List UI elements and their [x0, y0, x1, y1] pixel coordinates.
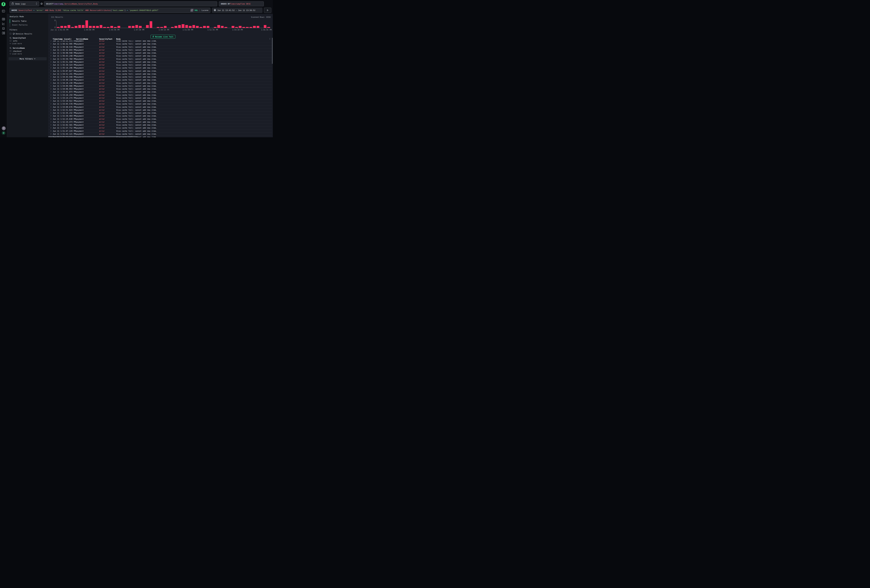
column-header-servicename[interactable]: ServiceName [76, 38, 88, 40]
column-header-severitytext[interactable]: SeverityText [99, 38, 112, 40]
row-expand-chevron-icon[interactable] [50, 124, 51, 126]
row-expand-chevron-icon[interactable] [50, 73, 51, 74]
load-more-severitytext[interactable]: Load more [10, 42, 22, 45]
denoise-checkbox[interactable] [10, 33, 12, 34]
log-row[interactable]: Jun 11 1:54:43.948 PMpaymenterrorVisa ca… [48, 75, 272, 78]
row-expand-chevron-icon[interactable] [50, 133, 51, 135]
log-row[interactable]: Jun 11 1:52:30.469 PMpaymenterrorVisa ca… [48, 114, 272, 117]
source-settings-gear-icon[interactable]: ⚙ [40, 2, 43, 6]
log-row[interactable]: Jun 11 1:56:42.995 PMpaymenterrorVisa ca… [48, 42, 272, 45]
time-range-picker[interactable]: Jun 11 13:41:52 - Jun 11 13:56:52 [212, 7, 262, 13]
filter-label-info[interactable]: info [13, 40, 17, 42]
row-expand-chevron-icon[interactable] [50, 127, 51, 128]
row-expand-chevron-icon[interactable] [50, 88, 51, 89]
row-expand-chevron-icon[interactable] [50, 55, 51, 57]
log-row[interactable]: Jun 11 1:54:52.241 PMpaymenterrorVisa ca… [48, 72, 272, 75]
column-header-timestamp[interactable]: Timestamp (Local) [53, 38, 72, 40]
log-row[interactable]: Jun 11 1:53:24.274 PMpaymenterrorVisa ca… [48, 96, 272, 99]
row-expand-chevron-icon[interactable] [50, 91, 51, 92]
log-row[interactable]: Jun 11 1:54:40.218 PMpaymenterrorVisa ca… [48, 78, 272, 81]
order-by-input[interactable]: ORDER BY TimestampTime DESC [219, 1, 264, 6]
row-expand-chevron-icon[interactable] [50, 103, 51, 104]
sql-mode-toggle[interactable]: SQL [195, 9, 198, 12]
tab-results-table[interactable]: Results Table [10, 19, 28, 23]
load-more-servicename[interactable]: Load more [10, 53, 22, 55]
log-row[interactable]: Jun 11 1:56:03.248 PMpaymenterrorVisa ca… [48, 54, 272, 57]
table-options-icon[interactable] [269, 38, 271, 40]
column-grip-icon[interactable] [114, 38, 116, 40]
log-row[interactable]: Jun 11 1:53:41.873 PMpaymenterrorVisa ca… [48, 90, 272, 93]
log-row[interactable]: Jun 11 1:53:00.676 PMpaymenterrorVisa ca… [48, 106, 272, 109]
log-row[interactable]: Jun 11 1:53:10.922 PMpaymenterrorVisa ca… [48, 99, 272, 102]
where-query-input[interactable]: WHERE SeverityText = 'error' AND Body IL… [10, 7, 210, 13]
row-expand-chevron-icon[interactable] [50, 106, 51, 107]
log-row[interactable]: Jun 11 1:52:51.824 PMpaymenterrorVisa ca… [48, 109, 272, 111]
row-expand-chevron-icon[interactable] [50, 49, 51, 51]
help-button[interactable]: ? [2, 126, 6, 130]
column-grip-icon[interactable] [74, 38, 76, 40]
row-expand-chevron-icon[interactable] [50, 85, 51, 86]
search-panel-icon[interactable] [2, 10, 5, 13]
resume-live-tail-button[interactable]: Resume Live Tail [150, 35, 176, 39]
log-row[interactable]: Jun 11 1:55:07.827 PMpaymenterrorVisa ca… [48, 69, 272, 72]
row-expand-chevron-icon[interactable] [50, 94, 51, 95]
log-row[interactable]: Jun 11 1:55:59.760 PMpaymenterrorVisa ca… [48, 57, 272, 60]
log-row[interactable]: Jun 11 1:55:51.448 PMpaymenterrorVisa ca… [48, 60, 272, 63]
row-expand-chevron-icon[interactable] [50, 43, 51, 45]
log-row[interactable]: Jun 11 1:55:16.296 PMpaymenterrorVisa ca… [48, 66, 272, 69]
log-row[interactable]: Jun 11 1:52:02.581 PMpaymenterrorVisa ca… [48, 124, 272, 126]
source-select[interactable]: Demo Logs [10, 1, 39, 6]
row-expand-chevron-icon[interactable] [50, 76, 51, 77]
log-row[interactable]: Jun 11 1:56:38.534 PMpaymenterrorVisa ca… [48, 45, 272, 48]
hyperdx-logo-icon[interactable] [1, 2, 5, 6]
row-expand-chevron-icon[interactable] [50, 52, 51, 54]
filter-label-checkout[interactable]: checkout [13, 50, 22, 52]
run-query-button[interactable] [264, 7, 271, 13]
column-header-body[interactable]: Body [116, 38, 121, 40]
row-expand-chevron-icon[interactable] [50, 58, 51, 60]
column-grip-icon[interactable] [97, 38, 99, 40]
more-filters-button[interactable]: More filters [9, 57, 47, 60]
log-row[interactable]: Jun 11 1:53:26.250 PMpaymenterrorVisa ca… [48, 94, 272, 96]
logs-icon[interactable] [2, 18, 5, 21]
row-expand-chevron-icon[interactable] [50, 67, 51, 68]
row-expand-chevron-icon[interactable] [50, 121, 51, 123]
row-expand-chevron-icon[interactable] [50, 109, 51, 111]
tab-event-patterns[interactable]: Event Patterns [10, 23, 28, 27]
log-row[interactable]: Jun 11 1:56:08.948 PMpaymenterrorVisa ca… [48, 51, 272, 54]
log-row[interactable]: Jun 11 1:56:32.843 PMpaymenterrorVisa ca… [48, 48, 272, 51]
log-row[interactable]: Jun 11 1:51:57.712 PMpaymenterrorVisa ca… [48, 126, 272, 129]
row-expand-chevron-icon[interactable] [50, 70, 51, 71]
row-expand-chevron-icon[interactable] [50, 115, 51, 116]
log-row[interactable]: Jun 11 1:52:25.630 PMpaymenterrorVisa ca… [48, 118, 272, 121]
row-expand-chevron-icon[interactable] [50, 46, 51, 48]
log-row[interactable]: Jun 11 1:54:06.953 PMpaymenterrorVisa ca… [48, 87, 272, 90]
row-expand-chevron-icon[interactable] [50, 118, 51, 119]
row-expand-chevron-icon[interactable] [50, 97, 51, 99]
horizontal-scrollbar[interactable] [48, 136, 138, 137]
row-expand-chevron-icon[interactable] [50, 64, 51, 65]
log-row[interactable]: Jun 11 1:52:35.232 PMpaymenterrorVisa ca… [48, 111, 272, 114]
histogram-bars[interactable] [56, 20, 270, 28]
row-expand-chevron-icon[interactable] [50, 130, 51, 131]
chart-icon[interactable] [2, 22, 5, 25]
vertical-scrollbar[interactable] [272, 38, 273, 64]
row-expand-chevron-icon[interactable] [50, 82, 51, 83]
log-row[interactable]: Jun 11 1:51:47.229 PMpaymenterrorVisa ca… [48, 130, 272, 132]
log-row[interactable]: Jun 11 1:51:43.121 PMpaymenterrorVisa ca… [48, 132, 272, 135]
row-expand-chevron-icon[interactable] [50, 100, 51, 101]
row-expand-chevron-icon[interactable] [50, 112, 51, 114]
log-row[interactable]: Jun 11 1:54:09.906 PMpaymenterrorVisa ca… [48, 84, 272, 87]
user-avatar[interactable]: U [2, 131, 5, 135]
log-row[interactable]: Jun 11 1:54:26.230 PMpaymenterrorVisa ca… [48, 82, 272, 84]
row-expand-chevron-icon[interactable] [50, 61, 51, 63]
host-monitor-icon[interactable] [2, 27, 5, 30]
log-row[interactable]: Jun 11 1:53:05.578 PMpaymenterrorVisa ca… [48, 102, 272, 105]
dashboard-icon[interactable] [2, 31, 5, 34]
row-expand-chevron-icon[interactable] [50, 40, 51, 42]
select-query-input[interactable]: SELECT Timestamp, ServiceName, SeverityT… [44, 1, 217, 6]
log-row[interactable]: Jun 11 1:52:19.473 PMpaymenterrorVisa ca… [48, 121, 272, 124]
lucene-mode-toggle[interactable]: Lucene [201, 9, 209, 12]
log-row[interactable]: Jun 11 1:55:39.324 PMpaymenterrorVisa ca… [48, 63, 272, 66]
filter-checkbox-checkout[interactable] [10, 50, 12, 52]
